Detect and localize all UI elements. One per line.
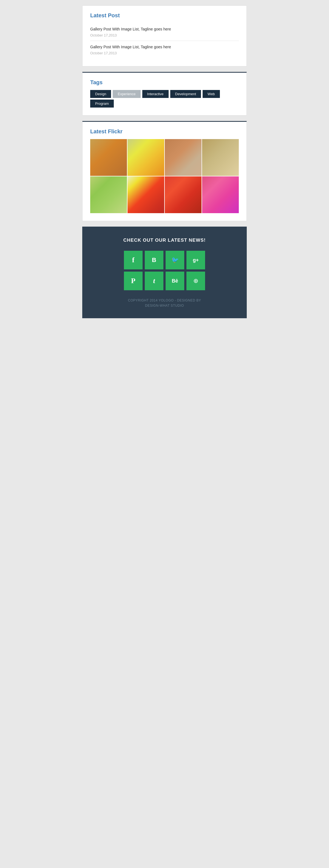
tumblr-label: t (153, 277, 155, 285)
flickr-image-4 (202, 139, 239, 176)
flickr-image-7 (165, 177, 201, 213)
flickr-cell-8[interactable] (202, 177, 239, 213)
tags-widget: Tags Design Experience Interactive Devel… (82, 72, 247, 116)
flickr-title: Latest Flickr (90, 128, 239, 135)
tag-development[interactable]: Development (170, 90, 201, 98)
facebook-icon[interactable]: f (124, 251, 142, 270)
tags-title: Tags (90, 79, 239, 86)
footer-copyright: COPYRIGHT 2014 YOLOGO - DESIGNED BYDESIG… (90, 298, 239, 308)
post-date-2: October 17,2013 (90, 51, 239, 55)
post-item: Gallery Post With Image List, Tagline go… (90, 23, 239, 41)
tags-container: Design Experience Interactive Developmen… (90, 90, 239, 107)
googleplus-label: g+ (193, 257, 199, 263)
flickr-cell-1[interactable] (90, 139, 127, 176)
behance-icon[interactable]: Bē (166, 272, 184, 290)
flickr-image-1 (90, 139, 127, 176)
facebook-label: f (132, 256, 135, 264)
flickr-widget: Latest Flickr (82, 121, 247, 221)
tag-web[interactable]: Web (203, 90, 220, 98)
latest-post-widget: Latest Post Gallery Post With Image List… (82, 5, 247, 66)
twitter-icon[interactable]: 🐦 (166, 251, 184, 270)
flickr-image-3 (165, 139, 201, 176)
tag-interactive[interactable]: Interactive (142, 90, 169, 98)
flickr-image-2 (128, 139, 164, 176)
tumblr-icon[interactable]: t (145, 272, 163, 290)
tag-program[interactable]: Program (90, 100, 114, 107)
behance-label: Bē (172, 278, 178, 284)
footer-news-title: CHECK OUT OUR LATEST NEWS! (90, 238, 239, 243)
blogger-icon[interactable]: B (145, 251, 163, 270)
flickr-cell-2[interactable] (128, 139, 164, 176)
flickr-image-8 (202, 177, 239, 213)
flickr-cell-4[interactable] (202, 139, 239, 176)
flickr-image-5 (90, 177, 127, 213)
flickr-cell-7[interactable] (165, 177, 201, 213)
social-grid: f B 🐦 g+ P t Bē ⊕ (121, 251, 208, 290)
post-title-2: Gallery Post With Image List, Tagline go… (90, 44, 239, 50)
tag-experience[interactable]: Experience (113, 90, 140, 98)
flickr-cell-6[interactable] (128, 177, 164, 213)
flickr-cell-3[interactable] (165, 139, 201, 176)
page-wrapper: Latest Post Gallery Post With Image List… (82, 0, 247, 318)
twitter-label: 🐦 (171, 256, 179, 264)
flickr-cell-5[interactable] (90, 177, 127, 213)
footer: CHECK OUT OUR LATEST NEWS! f B 🐦 g+ P t … (82, 226, 247, 318)
googleplus-icon[interactable]: g+ (187, 251, 205, 270)
latest-post-title: Latest Post (90, 12, 239, 19)
flickr-grid (90, 139, 239, 213)
pinterest-icon[interactable]: P (124, 272, 142, 290)
post-title-1: Gallery Post With Image List, Tagline go… (90, 26, 239, 32)
post-item: Gallery Post With Image List, Tagline go… (90, 41, 239, 58)
dribbble-label: ⊕ (193, 277, 198, 284)
tag-design[interactable]: Design (90, 90, 111, 98)
dribbble-icon[interactable]: ⊕ (187, 272, 205, 290)
pinterest-label: P (131, 277, 135, 285)
flickr-image-6 (128, 177, 164, 213)
blogger-label: B (152, 256, 156, 264)
post-date-1: October 17,2013 (90, 33, 239, 37)
